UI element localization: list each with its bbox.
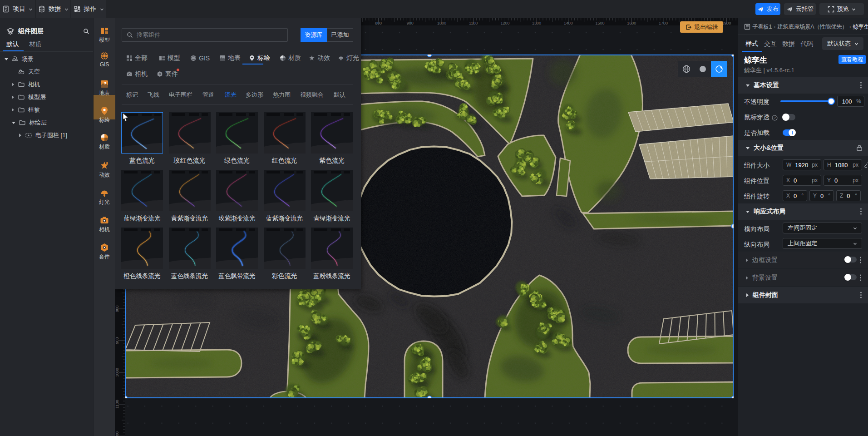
svg-text:900: 900 bbox=[115, 337, 119, 344]
svg-text:1200: 1200 bbox=[500, 21, 509, 25]
svg-text:1100: 1100 bbox=[469, 21, 478, 25]
svg-text:1100: 1100 bbox=[115, 400, 119, 408]
svg-text:1500: 1500 bbox=[595, 21, 604, 25]
svg-text:1000: 1000 bbox=[115, 368, 119, 377]
svg-text:1300: 1300 bbox=[532, 21, 541, 25]
svg-text:1700: 1700 bbox=[659, 21, 668, 25]
svg-text:900: 900 bbox=[407, 21, 414, 25]
svg-text:1900: 1900 bbox=[722, 21, 731, 25]
svg-text:?: ? bbox=[774, 116, 776, 120]
svg-text:1400: 1400 bbox=[564, 21, 573, 25]
svg-text:1200: 1200 bbox=[115, 431, 119, 436]
svg-text:1600: 1600 bbox=[627, 21, 636, 25]
svg-text:800: 800 bbox=[375, 21, 382, 25]
svg-text:800: 800 bbox=[115, 305, 119, 312]
svg-text:1000: 1000 bbox=[437, 21, 446, 25]
